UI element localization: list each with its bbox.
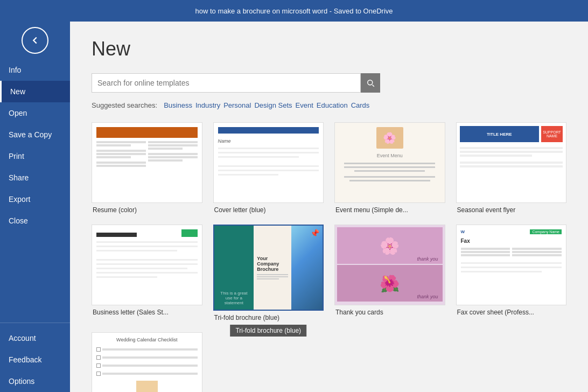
- pin-icon: 📌: [310, 229, 319, 237]
- trifold-tooltip: Tri-fold brochure (blue): [230, 325, 306, 337]
- template-event-menu[interactable]: 🌸 Event Menu Event menu (Simple de...: [334, 122, 445, 214]
- search-tag-education[interactable]: Education: [317, 101, 348, 109]
- template-trifold-brochure[interactable]: This is a great use for a statement Your…: [213, 225, 324, 321]
- sidebar-item-share[interactable]: Share: [0, 167, 70, 188]
- template-thumb-cover-letter: Name: [213, 122, 324, 203]
- template-label-resume-color: Resume (color): [92, 206, 202, 214]
- sidebar-item-open[interactable]: Open: [0, 102, 70, 124]
- template-label-cover-letter: Cover letter (blue): [213, 206, 324, 214]
- search-tag-event[interactable]: Event: [296, 101, 313, 109]
- search-tag-business[interactable]: Business: [164, 101, 192, 109]
- app-body: Info New Open Save a Copy Print Share Ex…: [0, 22, 588, 392]
- template-label-trifold: Tri-fold brochure (blue): [213, 314, 324, 321]
- sidebar-item-info[interactable]: Info: [0, 59, 70, 81]
- sidebar-item-options[interactable]: Options: [0, 370, 70, 392]
- template-cover-letter[interactable]: Name Cover letter (blue): [213, 122, 324, 214]
- template-thumb-wedding: Wedding Calendar Checklist: [92, 332, 202, 392]
- sidebar-item-print[interactable]: Print: [0, 145, 70, 167]
- search-tag-personal[interactable]: Personal: [223, 101, 251, 109]
- template-thumb-seasonal-flyer: TITLE HERE SUPPORT NAME: [456, 122, 567, 203]
- template-label-fax: Fax cover sheet (Profess...: [456, 309, 567, 316]
- search-bar: [92, 73, 566, 93]
- title-bar: how to make a brochure on microsoft word…: [0, 0, 588, 22]
- template-business-letter[interactable]: Business letter (Sales St...: [92, 225, 202, 321]
- template-resume-color[interactable]: Resume (color): [92, 122, 202, 214]
- template-label-event-menu: Event menu (Simple de...: [334, 206, 445, 214]
- sidebar-item-save-copy[interactable]: Save a Copy: [0, 124, 70, 145]
- search-tag-design-sets[interactable]: Design Sets: [254, 101, 292, 109]
- title-text: how to make a brochure on microsoft word…: [195, 7, 393, 15]
- template-thumb-thank-you: 🌸 thank you 🌺 thank you: [334, 225, 445, 305]
- template-thumb-resume-color: [92, 122, 202, 203]
- main-content: New Suggested searches: Business Industr…: [70, 22, 588, 392]
- sidebar-item-export[interactable]: Export: [0, 188, 70, 210]
- sidebar: Info New Open Save a Copy Print Share Ex…: [0, 22, 70, 392]
- template-wedding-calendar[interactable]: Wedding Calendar Checklist: [92, 332, 202, 392]
- sidebar-item-account[interactable]: Account: [0, 327, 70, 349]
- template-label-seasonal-flyer: Seasonal event flyer: [456, 206, 567, 214]
- suggested-searches: Suggested searches: Business Industry Pe…: [92, 101, 566, 109]
- templates-grid: Resume (color) Name: [92, 122, 566, 392]
- search-tag-cards[interactable]: Cards: [351, 101, 370, 109]
- search-button[interactable]: [361, 73, 380, 93]
- template-label-business-letter: Business letter (Sales St...: [92, 309, 202, 316]
- template-thumb-business-letter: [92, 225, 202, 305]
- back-button[interactable]: [22, 27, 48, 54]
- template-thumb-fax: W Company Name Fax: [456, 225, 567, 305]
- sidebar-divider: [0, 323, 70, 323]
- template-thumb-trifold: This is a great use for a statement Your…: [213, 225, 324, 311]
- suggested-label: Suggested searches:: [92, 101, 157, 109]
- page-title: New: [92, 38, 566, 60]
- template-fax-cover[interactable]: W Company Name Fax: [456, 225, 567, 321]
- template-seasonal-flyer[interactable]: TITLE HERE SUPPORT NAME Seasonal event f…: [456, 122, 567, 214]
- search-tag-industry[interactable]: Industry: [195, 101, 220, 109]
- sidebar-item-close[interactable]: Close: [0, 210, 70, 232]
- template-thank-you-cards[interactable]: 🌸 thank you 🌺 thank you Thank you card: [334, 225, 445, 321]
- sidebar-item-feedback[interactable]: Feedback: [0, 349, 70, 370]
- template-thumb-event-menu: 🌸 Event Menu: [334, 122, 445, 203]
- search-input[interactable]: [92, 73, 361, 93]
- sidebar-item-new[interactable]: New: [0, 81, 70, 102]
- template-label-thank-you: Thank you cards: [334, 309, 445, 316]
